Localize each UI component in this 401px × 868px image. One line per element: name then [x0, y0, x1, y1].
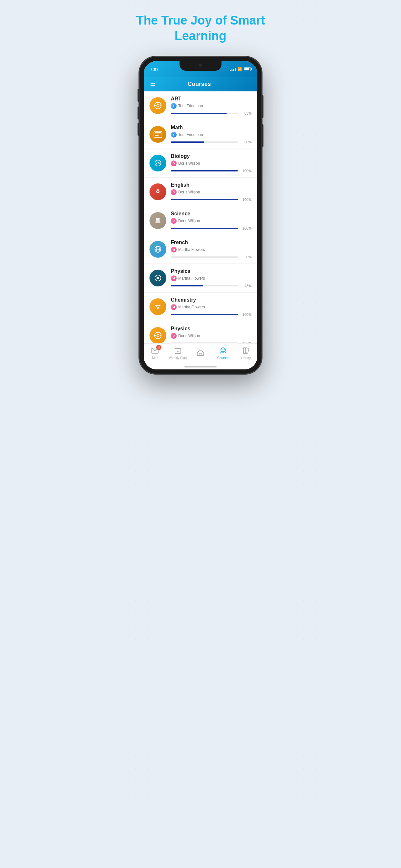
progress-bar-fill-science [171, 228, 238, 229]
app-header: ☰ Courses [144, 77, 257, 91]
progress-pct-math: 50% [241, 140, 251, 144]
course-info-math: Math T Tom Friedman 50% [171, 125, 251, 144]
teacher-row-english: D Doris Wilson [171, 189, 251, 195]
status-icons: 📶 [230, 67, 251, 71]
svg-point-13 [157, 190, 158, 192]
teacher-row-science: D Doris Wilson [171, 218, 251, 224]
course-name-biology: Biology [171, 153, 251, 159]
progress-bar-fill-english [171, 199, 238, 200]
progress-bar-fill-biology [171, 170, 238, 172]
headline-part2: Learning [175, 29, 226, 42]
nav-icon-weekly-plan [174, 346, 182, 355]
signal-bars-icon [230, 67, 236, 71]
course-name-math: Math [171, 125, 251, 130]
nav-icon-mail: 11 [150, 346, 159, 355]
course-icon-french [150, 241, 166, 258]
course-icon-physics-martha [150, 270, 166, 286]
course-item-chemistry[interactable]: Chemistry M Martha Flowers 100% [144, 292, 257, 321]
progress-bar-fill-math [171, 142, 204, 143]
phone-screen: 7:07 📶 ☰ Courses [144, 61, 257, 369]
progress-row-art: 83% [171, 112, 251, 115]
courses-list: ART T Tom Friedman 83% Math T Tom Friedm… [144, 91, 257, 343]
svg-line-24 [156, 306, 158, 309]
notch [180, 61, 221, 71]
teacher-avatar-chemistry: M [171, 304, 177, 310]
progress-row-french: 0% [171, 255, 251, 259]
nav-icon-home [196, 348, 205, 357]
course-icon-art [150, 97, 166, 114]
course-info-art: ART T Tom Friedman 83% [171, 96, 251, 115]
teacher-name-biology: Doris Wilson [178, 161, 200, 166]
course-name-science: Science [171, 211, 251, 217]
teacher-avatar-french: M [171, 247, 177, 252]
teacher-row-physics-martha: M Martha Flowers [171, 275, 251, 281]
progress-pct-chemistry: 100% [241, 313, 251, 316]
course-item-french[interactable]: French M Martha Flowers 0% [144, 235, 257, 264]
course-item-physics-martha[interactable]: Physics M Martha Flowers 48% [144, 264, 257, 292]
teacher-avatar-physics-martha: M [171, 275, 177, 281]
course-item-physics-doris[interactable]: Physics D Doris Wilson 100% [144, 321, 257, 343]
course-icon-science [150, 212, 166, 229]
course-item-english[interactable]: English D Doris Wilson 100% [144, 178, 257, 206]
course-name-physics-doris: Physics [171, 326, 251, 332]
nav-item-courses[interactable]: Courses [212, 346, 235, 360]
progress-row-chemistry: 100% [171, 313, 251, 316]
notch-camera [199, 64, 202, 67]
course-name-french: French [171, 240, 251, 245]
progress-row-math: 50% [171, 140, 251, 144]
nav-item-mail[interactable]: 11 Mail [144, 346, 166, 360]
svg-rect-8 [155, 134, 161, 134]
teacher-avatar-english: D [171, 189, 177, 195]
svg-rect-40 [243, 348, 245, 353]
teacher-avatar-science: D [171, 218, 177, 224]
teacher-name-english: Doris Wilson [178, 190, 200, 194]
progress-bar-bg-french [171, 256, 238, 258]
progress-row-science: 100% [171, 226, 251, 230]
progress-bar-bg-physics-martha [171, 285, 238, 286]
course-item-science[interactable]: Science D Doris Wilson 100% [144, 206, 257, 235]
home-indicator [144, 364, 257, 369]
course-name-art: ART [171, 96, 251, 102]
page-title: The True Joy of Smart Learning [136, 13, 265, 43]
phone-shell: 7:07 📶 ☰ Courses [139, 57, 262, 374]
nav-label-weekly-plan: Weekly Plan [169, 356, 187, 360]
course-item-biology[interactable]: Biology D Doris Wilson 100% [144, 149, 257, 178]
progress-pct-art: 83% [241, 112, 251, 115]
nav-item-weekly-plan[interactable]: Weekly Plan [166, 346, 189, 360]
progress-bar-bg-math [171, 142, 238, 143]
teacher-name-physics-martha: Martha Flowers [178, 276, 205, 281]
course-item-art[interactable]: ART T Tom Friedman 83% [144, 91, 257, 120]
headline-part1: The True Joy of [136, 13, 230, 27]
teacher-row-art: T Tom Friedman [171, 103, 251, 109]
teacher-avatar-biology: D [171, 160, 177, 166]
course-item-math[interactable]: Math T Tom Friedman 50% [144, 120, 257, 149]
course-name-english: English [171, 182, 251, 188]
nav-item-library[interactable]: Library [235, 346, 257, 360]
progress-row-biology: 100% [171, 169, 251, 173]
teacher-row-biology: D Doris Wilson [171, 160, 251, 166]
svg-point-1 [157, 104, 159, 106]
progress-pct-biology: 100% [241, 169, 251, 173]
teacher-name-french: Martha Flowers [178, 247, 205, 252]
headline-bold: Smart [230, 13, 265, 27]
teacher-name-math: Tom Friedman [178, 132, 203, 137]
svg-point-18 [157, 277, 159, 280]
svg-rect-7 [155, 132, 161, 133]
course-info-french: French M Martha Flowers 0% [171, 240, 251, 259]
nav-item-home[interactable] [189, 348, 212, 358]
svg-point-11 [156, 162, 157, 163]
progress-bar-bg-art [171, 113, 238, 114]
nav-badge-mail: 11 [156, 345, 161, 350]
teacher-row-math: T Tom Friedman [171, 132, 251, 137]
hamburger-menu-icon[interactable]: ☰ [150, 81, 155, 88]
course-info-physics-doris: Physics D Doris Wilson 100% [171, 326, 251, 343]
progress-pct-science: 100% [241, 226, 251, 230]
course-icon-chemistry [150, 299, 166, 315]
nav-icon-library [242, 346, 251, 355]
nav-label-courses: Courses [217, 356, 229, 360]
svg-point-27 [157, 334, 159, 337]
teacher-avatar-physics-doris: D [171, 333, 177, 339]
progress-row-physics-doris: 100% [171, 341, 251, 343]
teacher-name-science: Doris Wilson [178, 219, 200, 223]
course-info-chemistry: Chemistry M Martha Flowers 100% [171, 297, 251, 316]
